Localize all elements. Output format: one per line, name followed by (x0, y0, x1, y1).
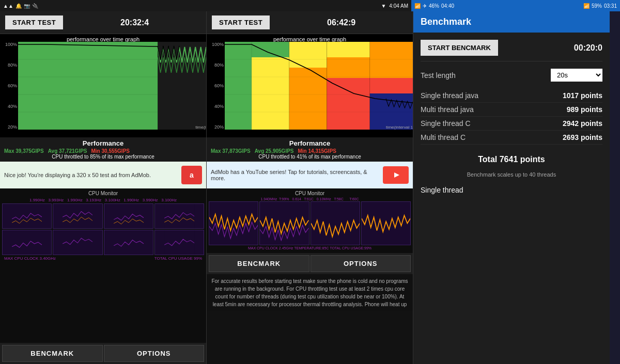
left-options-button[interactable]: OPTIONS (104, 345, 205, 362)
svg-rect-17 (225, 42, 252, 130)
left-cpu-bottom-stats: MAX CPU CLOCK 3.40GHz TOTAL CPU USAGE 99… (2, 255, 204, 262)
left-cpu-usage: TOTAL CPU USAGE 99% (154, 256, 202, 261)
battery-pct: 46% (429, 3, 439, 9)
test-length-label: Test length (421, 71, 546, 80)
benchmark-start-button[interactable]: START BENCMARK (421, 40, 498, 56)
left-cpu-monitor-title: CPU Monitor (2, 191, 204, 196)
left-benchmark-button[interactable]: BENCMARK (2, 345, 103, 362)
usb-icon: 🔌 (32, 3, 38, 9)
left-graph-area: time(interval 2min) (18, 42, 206, 130)
svg-rect-19 (252, 42, 289, 57)
benchmark-results: Single thread java 1017 points Multi thr… (421, 89, 602, 145)
svg-text:time(interval 1min): time(interval 1min) (386, 125, 413, 130)
svg-rect-0 (18, 42, 158, 130)
svg-rect-18 (252, 57, 289, 130)
left-ad-banner[interactable]: Nice job! You're displaying a 320 x 50 t… (0, 162, 206, 188)
time-right1: 04:40 (441, 3, 454, 9)
multi-thread-c-label: Multi thread C (421, 133, 466, 141)
status-bar-left: ▲▲ 🔔 📷 🔌 ▼ 4:04 AM (0, 0, 411, 11)
multi-thread-java-row: Multi thread java 989 points (421, 103, 602, 117)
airplane-icon: ✈ (423, 3, 427, 9)
cpu-core-2 (53, 203, 102, 229)
left-y-axis: 100% 80% 60% 40% 20% (0, 34, 18, 137)
mid-core-3 (311, 201, 360, 245)
left-perf-max: Max 39,375GIPS (4, 148, 44, 154)
signal-icon: ▲▲ (3, 3, 13, 9)
svg-rect-12 (164, 204, 194, 228)
wifi-icon2: 📶 (583, 3, 590, 9)
left-panel: START TEST 20:32:4 performance over time… (0, 11, 207, 364)
left-cpu-monitor: CPU Monitor 1.990Hz 3.993Hz 1.990Hz 3.19… (0, 188, 206, 343)
cpu-core-5 (2, 230, 52, 255)
svg-rect-11 (114, 204, 144, 228)
mid-core-2 (259, 201, 309, 245)
test-length-select[interactable]: 20s 30s 60s (551, 69, 602, 82)
middle-perf-avg: Avg 25,905GIPS (255, 148, 294, 154)
svg-rect-9 (12, 204, 42, 228)
single-thread-c-value: 2942 points (563, 119, 602, 128)
middle-perf-max: Max 37,873GIPS (211, 148, 251, 154)
camera-icon: 📷 (24, 3, 30, 9)
svg-rect-16 (164, 230, 194, 255)
cpu-core-3 (104, 203, 153, 229)
mid-core-4 (361, 201, 411, 245)
svg-rect-21 (289, 42, 327, 68)
single-thread-c-label: Single thread C (421, 119, 471, 128)
svg-rect-42 (362, 205, 410, 242)
status-bar-right: 📶 ✈ 46% 04:40 📶 59% 03:31 (411, 0, 620, 11)
middle-y-axis: 100% 80% 60% 40% 20% (207, 34, 225, 137)
svg-text:a: a (190, 171, 194, 179)
benchmark-total: Total 7641 points (421, 150, 602, 166)
cpu-core-1 (2, 203, 52, 229)
middle-start-button[interactable]: START TEST (212, 15, 270, 29)
left-perf-min: Min 30,555GIPS (91, 148, 130, 154)
svg-rect-15 (114, 230, 144, 255)
main-content: START TEST 20:32:4 performance over time… (0, 11, 620, 364)
left-perf-avg: Avg 37,721GIPS (48, 148, 87, 154)
wifi-icon-left: ▼ (381, 3, 386, 9)
multi-thread-java-value: 989 points (567, 105, 602, 114)
middle-ad-banner[interactable]: AdMob has a YouTube series! Tap for tuto… (207, 162, 413, 188)
middle-panel: START TEST 06:42:9 performance over time… (207, 11, 413, 364)
middle-panel-header: START TEST 06:42:9 (207, 11, 413, 34)
admob-icon: a (181, 166, 202, 184)
benchmark-timer: 00:20:0 (503, 43, 602, 53)
benchmark-title: Benchmark (413, 11, 610, 33)
wifi-icon: 📶 (414, 3, 421, 9)
middle-benchmark-button[interactable]: BENCMARK (209, 255, 309, 272)
middle-cpu-monitor-title: CPU Monitor (209, 191, 411, 196)
cpu-core-7 (104, 230, 153, 255)
single-thread-java-value: 1017 points (563, 91, 602, 100)
left-timer: 20:32:4 (68, 18, 201, 27)
benchmark-content: START BENCMARK 00:20:0 Test length 20s 3… (413, 33, 610, 364)
time-right2: 03:31 (604, 3, 617, 9)
cpu-core-6 (53, 230, 102, 255)
left-perf-title: Performance (4, 139, 202, 147)
middle-options-button[interactable]: OPTIONS (311, 255, 411, 272)
youtube-button[interactable] (383, 166, 409, 184)
time-left: 4:04 AM (389, 3, 408, 9)
left-cpu-cores (2, 203, 204, 255)
left-perf-stats: Performance Max 39,375GIPS Avg 37,721GIP… (0, 137, 206, 162)
left-performance-graph: performance over time graph 100% 80% 60%… (0, 34, 206, 137)
middle-perf-stats: Performance Max 37,873GIPS Avg 25,905GIP… (207, 137, 413, 162)
single-thread-java-label: Single thread java (421, 91, 478, 100)
middle-cpu-stats: MAX CPU CLOCK 2.45GHz TEMPERATURE:85C TO… (209, 245, 411, 251)
middle-bottom-buttons: BENCMARK OPTIONS (207, 253, 413, 274)
single-thread-detected: Single thread (421, 186, 602, 194)
svg-rect-27 (370, 42, 413, 78)
benchmark-panel: Benchmark START BENCMARK 00:20:0 Test le… (413, 11, 610, 364)
middle-info-text: For accurate results before starting tes… (207, 274, 413, 311)
left-start-button[interactable]: START TEST (5, 15, 63, 29)
cpu-core-8 (154, 230, 204, 255)
svg-text:time(interval 2min): time(interval 2min) (195, 125, 206, 130)
left-max-clock: MAX CPU CLOCK 3.40GHz (4, 256, 56, 261)
benchmark-start-row: START BENCMARK 00:20:0 (421, 40, 602, 61)
battery-pct2: 59% (592, 3, 602, 9)
notification-icon: 🔔 (16, 3, 22, 9)
left-panel-header: START TEST 20:32:4 (0, 11, 206, 34)
test-length-row: Test length 20s 30s 60s (421, 67, 602, 84)
middle-cpu-monitor: CPU Monitor 1.940MHz T:99% 0.614 T:61C 0… (207, 188, 413, 253)
single-thread-java-row: Single thread java 1017 points (421, 89, 602, 103)
middle-perf-min: Min 14,315GIPS (298, 148, 336, 154)
